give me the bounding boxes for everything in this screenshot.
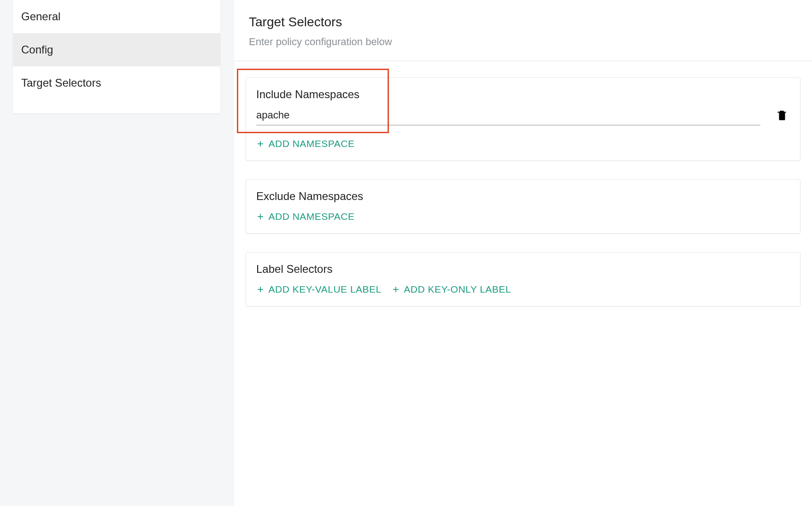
label-selectors-title: Label Selectors xyxy=(256,263,790,276)
main-panel: Target Selectors Enter policy configurat… xyxy=(234,0,812,506)
namespace-row xyxy=(256,106,790,125)
exclude-namespaces-card: Exclude Namespaces + ADD NAMESPACE xyxy=(246,179,800,234)
delete-namespace-button[interactable] xyxy=(774,106,790,125)
include-namespaces-title: Include Namespaces xyxy=(256,88,790,101)
plus-icon: + xyxy=(257,211,264,222)
main-header: Target Selectors Enter policy configurat… xyxy=(234,0,812,61)
add-namespace-button[interactable]: + ADD NAMESPACE xyxy=(256,135,356,152)
exclude-namespaces-title: Exclude Namespaces xyxy=(256,190,790,203)
add-exclude-namespace-label: ADD NAMESPACE xyxy=(269,211,355,222)
add-key-value-label-text: ADD KEY-VALUE LABEL xyxy=(269,284,382,295)
plus-icon: + xyxy=(257,284,264,295)
sidebar-item-target-selectors[interactable]: Target Selectors xyxy=(13,66,220,100)
page-title: Target Selectors xyxy=(249,15,797,29)
namespace-input[interactable] xyxy=(256,106,760,125)
sidebar: General Config Target Selectors xyxy=(13,0,220,113)
plus-icon: + xyxy=(257,138,264,149)
add-exclude-namespace-button[interactable]: + ADD NAMESPACE xyxy=(256,208,356,225)
sidebar-item-config[interactable]: Config xyxy=(13,33,220,66)
add-key-only-label-button[interactable]: + ADD KEY-ONLY LABEL xyxy=(392,281,512,298)
trash-icon xyxy=(776,108,788,124)
sidebar-item-general[interactable]: General xyxy=(13,0,220,33)
include-namespaces-card: Include Namespaces + ADD NAMESPACE xyxy=(246,77,800,161)
label-selectors-card: Label Selectors + ADD KEY-VALUE LABEL + … xyxy=(246,252,800,306)
add-key-only-label-text: ADD KEY-ONLY LABEL xyxy=(404,284,511,295)
plus-icon: + xyxy=(393,284,400,295)
add-key-value-label-button[interactable]: + ADD KEY-VALUE LABEL xyxy=(256,281,382,298)
page-subtitle: Enter policy configuration below xyxy=(249,36,797,48)
add-namespace-label: ADD NAMESPACE xyxy=(269,138,355,149)
